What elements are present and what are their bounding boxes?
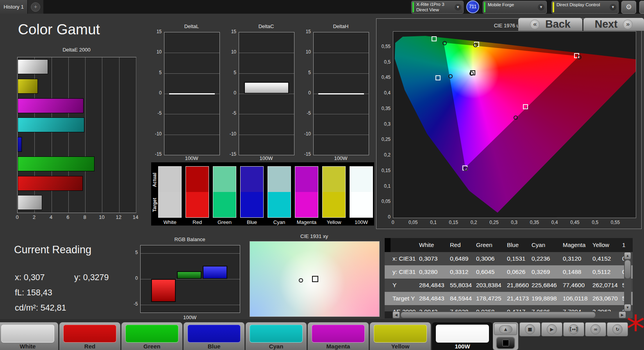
- tab-history-1[interactable]: History 1: [0, 0, 28, 14]
- edge-partial-button[interactable]: [639, 1, 644, 14]
- pattern-button-red[interactable]: Red: [59, 322, 120, 350]
- y-tick-label: 0,3: [377, 121, 391, 127]
- horizontal-scroll-thumb[interactable]: [401, 312, 596, 318]
- cie1976-panel: CIE 1976 u'v' Gamut Coverage: 74,9% 0,55…: [376, 18, 642, 229]
- actual-swatch: [350, 167, 373, 192]
- x-tick-label: 6: [62, 214, 74, 220]
- table-row[interactable]: y: CIE310,32800,33120,60450,06260,32690,…: [385, 265, 633, 279]
- top-bar: History 1 + X-Rite i1Pro 3 Direct View ▼…: [0, 0, 644, 14]
- pattern-button-white[interactable]: White: [0, 322, 58, 350]
- table-cell: 284,4843: [419, 279, 444, 292]
- y-tick-label: 10: [299, 49, 311, 55]
- scroll-left-arrow-icon[interactable]: ◀: [393, 312, 400, 318]
- mini-chart-deltal: [164, 32, 220, 155]
- transport-refresh-button[interactable]: ↻: [607, 322, 628, 336]
- display-control-selector[interactable]: Direct Display Control ▼: [551, 1, 619, 14]
- stop-icon: ■: [525, 324, 535, 334]
- y-tick-label: 0,45: [377, 75, 391, 80]
- y-tick-label: 0,4: [377, 90, 391, 96]
- table-cell: 0,3120: [563, 252, 581, 265]
- target-swatch: [213, 192, 236, 217]
- scroll-right-arrow-icon[interactable]: ▶: [619, 312, 626, 318]
- pattern-button-cyan[interactable]: Cyan: [246, 322, 307, 350]
- pattern-swatch: [1, 325, 54, 343]
- target-swatch: [268, 192, 291, 217]
- pattern-swatch: [312, 325, 365, 343]
- next-button[interactable]: Next »: [583, 18, 644, 31]
- vertical-scroll-thumb[interactable]: [624, 260, 631, 279]
- chevron-down-icon[interactable]: ▼: [538, 4, 544, 11]
- measured-circle-green: [442, 41, 447, 45]
- transport-stop-button[interactable]: ■: [519, 322, 541, 336]
- play-icon: ▶: [547, 324, 557, 334]
- pattern-button-yellow[interactable]: Yellow: [370, 322, 431, 350]
- table-cell: 3,3962: [592, 305, 611, 311]
- y-tick-label: -5: [299, 110, 311, 116]
- pattern-window-widget: ▲: [493, 322, 518, 350]
- table-cell: 0,0358: [476, 305, 494, 311]
- chevron-down-icon[interactable]: ▼: [610, 4, 616, 11]
- transport-play-button[interactable]: ▶: [541, 322, 562, 336]
- pattern-button-magenta[interactable]: Magenta: [308, 322, 369, 350]
- meter-count-badge[interactable]: 711: [466, 0, 479, 13]
- target-swatch: [159, 192, 181, 217]
- window-square-icon: [502, 340, 509, 346]
- source-name: Mobile Forge: [488, 2, 514, 7]
- swatch-label: Yellow: [320, 219, 348, 225]
- y-tick-label: 5: [299, 70, 311, 75]
- table-cell: 0,4717: [507, 305, 525, 311]
- table-cell: 0,3312: [450, 265, 468, 279]
- y-tick-label: 0: [225, 90, 236, 96]
- meter-selector[interactable]: X-Rite i1Pro 3 Direct View ▼: [411, 1, 464, 14]
- column-header-1: 1: [622, 238, 625, 252]
- scroll-up-arrow-icon[interactable]: ▲: [624, 252, 631, 259]
- swatch-label: 100W: [348, 219, 375, 225]
- y-tick-label: -10: [225, 131, 236, 137]
- transport-range-button[interactable]: [↔]: [563, 322, 584, 336]
- source-status-stripe: [484, 2, 485, 12]
- table-vertical-scrollbar[interactable]: ▲ ▼: [624, 252, 631, 311]
- pattern-button-green[interactable]: Green: [121, 322, 182, 350]
- current-reading-heading: Current Reading: [14, 244, 91, 256]
- transport-infinite-button[interactable]: ∞: [585, 322, 606, 336]
- swatch-label: Cyan: [266, 219, 293, 225]
- source-selector[interactable]: Mobile Forge ▼: [483, 1, 547, 14]
- table-cell: 7,7894: [563, 305, 581, 311]
- x-tick-label: 0,2: [467, 220, 481, 225]
- gridline: [314, 114, 369, 114]
- swatch-column-red: [186, 167, 209, 217]
- table-horizontal-scrollbar[interactable]: ◀ ▶: [392, 311, 633, 318]
- table-row[interactable]: ΔE 20003,09437,69380,03580,47177,96867,7…: [385, 305, 633, 311]
- cie1931-title: CIE 1931 xy: [250, 233, 379, 239]
- mini-chart-x-label: 100W: [313, 155, 368, 161]
- mini-chart-title: DeltaC: [239, 23, 294, 29]
- x-tick-label: 8: [79, 214, 91, 220]
- rgb-bar-green: [177, 271, 202, 279]
- deltae-bar-magenta: [18, 98, 84, 113]
- pattern-label: Cyan: [246, 343, 307, 350]
- pattern-window-up-button[interactable]: ▲: [494, 323, 517, 335]
- x-tick-label: 0,15: [446, 220, 460, 225]
- pattern-button-blue[interactable]: Blue: [184, 322, 244, 350]
- table-row[interactable]: Target Y284,484384,5944178,472521,417319…: [385, 292, 633, 305]
- table-row[interactable]: x: CIE310,30730,64890,30060,15310,22360,…: [385, 252, 633, 265]
- pattern-button-100w[interactable]: 100W: [432, 322, 493, 350]
- back-button[interactable]: « Back: [518, 18, 582, 31]
- table-cell: 199,8898: [532, 292, 557, 305]
- table-cell: 3,0943: [419, 305, 437, 311]
- row-label: Y: [392, 279, 396, 292]
- gridline: [136, 57, 136, 213]
- settings-button[interactable]: ⚙: [621, 1, 636, 14]
- table-header-row: WhiteRedGreenBlueCyanMagentaYellow1: [385, 238, 633, 252]
- table-cell: 0,6045: [476, 265, 494, 279]
- table-row[interactable]: Y284,484355,8034203,838421,8660225,68467…: [385, 279, 633, 292]
- add-tab-button[interactable]: +: [28, 0, 43, 14]
- pattern-window-button[interactable]: [496, 337, 515, 349]
- pattern-swatch: [250, 325, 303, 343]
- swatch-column-cyan: [268, 167, 291, 217]
- deltae-bar-red: [18, 176, 83, 191]
- x-tick-label: 0,25: [487, 220, 501, 225]
- chevron-down-icon[interactable]: ▼: [455, 4, 461, 11]
- measured-circle-blue: [464, 167, 468, 171]
- gridline: [164, 135, 219, 135]
